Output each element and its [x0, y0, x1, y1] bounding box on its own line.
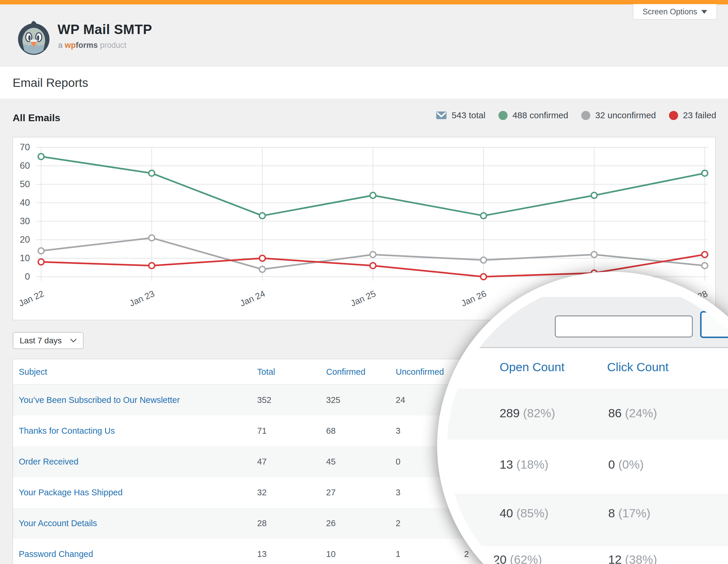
column-header-open-count[interactable]: Open Count — [500, 360, 564, 374]
section-title: All Emails — [13, 112, 60, 124]
click-count-cell: 86 (24%) — [608, 406, 657, 420]
svg-text:Jan 23: Jan 23 — [128, 288, 156, 308]
svg-text:60: 60 — [20, 161, 30, 171]
column-header-click-count[interactable]: Click Count — [607, 360, 669, 374]
unconfirmed-cell: 24 — [396, 385, 405, 415]
subject-link[interactable]: Thanks for Contacting Us — [19, 415, 115, 446]
brand-top-bar — [0, 0, 728, 4]
magnified-row — [447, 494, 728, 546]
confirmed-cell: 26 — [326, 508, 336, 539]
total-cell: 47 — [257, 446, 267, 477]
date-range-value: Last 7 days — [20, 336, 62, 345]
open-count-cell: 289 (82%) — [500, 406, 555, 420]
wp-mail-smtp-pigeon-logo — [17, 18, 50, 58]
tagline-prefix: a — [58, 41, 65, 50]
screen-options-label: Screen Options — [643, 7, 697, 16]
svg-text:0: 0 — [25, 272, 30, 282]
total-cell: 71 — [257, 415, 267, 446]
subject-link[interactable]: You’ve Been Subscribed to Our Newsletter — [19, 385, 180, 415]
confirmed-dot-icon — [498, 111, 508, 120]
open-count-cell: 20 (62%) — [493, 553, 542, 564]
app-tagline: a wpforms product — [58, 41, 127, 50]
tagline-forms: forms — [76, 41, 98, 50]
unconfirmed-cell: 3 — [396, 415, 400, 446]
svg-text:Jan 24: Jan 24 — [238, 288, 267, 308]
subject-link[interactable]: Password Changed — [19, 539, 93, 564]
svg-text:40: 40 — [20, 198, 30, 208]
legend-label: 32 unconfirmed — [595, 110, 656, 120]
unconfirmed-cell: 0 — [396, 446, 400, 477]
total-cell: 28 — [257, 508, 267, 539]
screen-options-button[interactable]: Screen Options — [633, 4, 717, 20]
svg-text:Jan 22: Jan 22 — [17, 288, 45, 308]
column-header-subject[interactable]: Subject — [19, 359, 47, 385]
confirmed-cell: 325 — [326, 385, 340, 415]
chevron-down-icon — [70, 339, 77, 342]
svg-text:50: 50 — [20, 179, 30, 189]
search-button-magnified[interactable] — [700, 311, 728, 338]
unconfirmed-cell: 3 — [396, 477, 400, 508]
total-cell: 13 — [257, 539, 267, 564]
total-cell: 32 — [257, 477, 267, 508]
legend-label: 488 confirmed — [513, 110, 568, 120]
svg-text:10: 10 — [20, 253, 30, 263]
confirmed-cell: 68 — [326, 415, 336, 446]
click-count-cell: 0 (0%) — [608, 458, 644, 472]
legend-label: 23 failed — [683, 110, 716, 120]
envelope-icon — [436, 111, 447, 120]
legend-label: 543 total — [452, 110, 486, 120]
open-count-cell: 13 (18%) — [500, 458, 548, 472]
click-count-cell: 8 (17%) — [608, 506, 651, 520]
page-title: Email Reports — [13, 67, 88, 99]
date-range-select[interactable]: Last 7 days — [13, 332, 83, 349]
legend-item-unconfirmed: 32 unconfirmed — [581, 110, 656, 120]
tagline-suffix: product — [98, 41, 127, 50]
unconfirmed-dot-icon — [581, 111, 590, 120]
unconfirmed-cell: 1 — [396, 539, 400, 564]
search-input-magnified[interactable] — [555, 315, 693, 337]
confirmed-cell: 27 — [326, 477, 336, 508]
tagline-wp: wp — [65, 41, 76, 50]
svg-text:70: 70 — [20, 142, 30, 152]
chevron-down-icon — [701, 10, 707, 14]
svg-text:30: 30 — [20, 216, 30, 226]
column-header-unconfirmed[interactable]: Unconfirmed — [396, 359, 444, 385]
subject-link[interactable]: Your Account Details — [19, 508, 97, 539]
page-title-band: Email Reports — [0, 66, 728, 99]
svg-text:20: 20 — [20, 235, 30, 245]
svg-text:Jan 25: Jan 25 — [349, 288, 377, 308]
subject-link[interactable]: Order Received — [19, 446, 78, 477]
app-title: WP Mail SMTP — [58, 21, 152, 37]
failed-dot-icon — [669, 111, 678, 120]
column-header-confirmed[interactable]: Confirmed — [326, 359, 365, 385]
legend-item-total: 543 total — [436, 110, 486, 120]
svg-text:Jan 26: Jan 26 — [460, 288, 488, 308]
legend-item-failed: 23 failed — [669, 110, 716, 120]
magnified-row — [447, 388, 728, 440]
chart-legend: 543 total 488 confirmed 32 unconfirmed 2… — [436, 110, 716, 120]
plugin-header: WP Mail SMTP a wpforms product — [0, 4, 728, 66]
column-header-total[interactable]: Total — [257, 359, 275, 385]
total-cell: 352 — [257, 385, 271, 415]
open-count-cell: 40 (85%) — [500, 506, 548, 520]
subject-link[interactable]: Your Package Has Shipped — [19, 477, 123, 508]
confirmed-cell: 45 — [326, 446, 336, 477]
legend-item-confirmed: 488 confirmed — [498, 110, 568, 120]
unconfirmed-cell: 2 — [396, 508, 400, 539]
click-count-cell: 12 (38%) — [608, 553, 657, 564]
magnified-table-top-border — [447, 347, 728, 348]
confirmed-cell: 10 — [326, 539, 336, 564]
magnifier-content: Open Count Click Count 289 (82%) 86 (24%… — [447, 282, 728, 564]
